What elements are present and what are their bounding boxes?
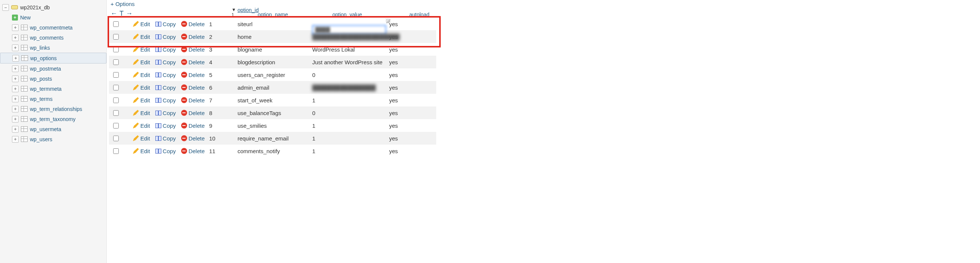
cell-option-value[interactable]: 1 [312, 135, 389, 142]
copy-link[interactable]: Copy [155, 46, 176, 53]
col-option-id[interactable]: option_id [237, 7, 259, 18]
copy-link[interactable]: Copy [155, 110, 176, 116]
cell-option-id[interactable]: 11 [208, 148, 237, 154]
sidebar-table-wp_term_relationships[interactable]: +wp_term_relationships [0, 104, 107, 114]
cell-option-value[interactable]: 1 [312, 97, 389, 104]
cell-option-id[interactable]: 1 [208, 21, 237, 27]
copy-link[interactable]: Copy [155, 59, 176, 65]
tree-expand-icon[interactable]: + [12, 45, 19, 51]
tree-expand-icon[interactable]: + [12, 126, 19, 132]
cell-option-id[interactable]: 3 [208, 46, 237, 53]
delete-link[interactable]: Delete [181, 46, 205, 53]
row-checkbox[interactable] [113, 47, 119, 52]
delete-link[interactable]: Delete [181, 123, 205, 129]
row-checkbox[interactable] [113, 59, 119, 65]
cell-option-id[interactable]: 5 [208, 72, 237, 78]
sidebar-table-wp_posts[interactable]: +wp_posts [0, 73, 107, 84]
sidebar-table-wp_usermeta[interactable]: +wp_usermeta [0, 124, 107, 134]
copy-link[interactable]: Copy [155, 148, 176, 154]
row-checkbox[interactable] [113, 85, 119, 91]
cell-option-name[interactable]: require_name_email [237, 135, 312, 142]
arrow-right-icon[interactable]: → [126, 10, 133, 18]
col-option-value[interactable]: option_value [332, 11, 409, 18]
cell-autoload[interactable]: yes [389, 135, 416, 142]
cell-autoload[interactable]: yes [389, 72, 416, 78]
row-checkbox[interactable] [113, 135, 119, 141]
cell-option-id[interactable]: 9 [208, 123, 237, 129]
copy-link[interactable]: Copy [155, 21, 176, 27]
cell-option-name[interactable]: home [237, 33, 312, 40]
sidebar-table-wp_terms[interactable]: +wp_terms [0, 94, 107, 104]
row-checkbox[interactable] [113, 72, 119, 78]
tree-expand-icon[interactable]: + [12, 55, 19, 62]
edit-link[interactable]: Edit [133, 135, 150, 142]
cell-option-name[interactable]: admin_email [237, 84, 312, 91]
cell-option-value[interactable]: 0 [312, 110, 389, 116]
edit-link[interactable]: Edit [133, 72, 150, 78]
tree-expand-icon[interactable]: + [12, 86, 19, 92]
copy-link[interactable]: Copy [155, 123, 176, 129]
delete-link[interactable]: Delete [181, 97, 205, 104]
column-order-controls[interactable]: ← T → [109, 10, 132, 18]
edit-link[interactable]: Edit [133, 97, 150, 104]
tree-expand-icon[interactable]: + [12, 75, 19, 82]
cell-option-id[interactable]: 6 [208, 84, 237, 91]
tree-expand-icon[interactable]: + [12, 34, 19, 41]
sidebar-table-wp_termmeta[interactable]: +wp_termmeta [0, 84, 107, 94]
tree-expand-icon[interactable]: + [12, 106, 19, 112]
cell-autoload[interactable]: yes [389, 97, 416, 104]
row-checkbox[interactable] [113, 21, 119, 27]
cell-option-name[interactable]: blogname [237, 46, 312, 53]
cell-option-id[interactable]: 4 [208, 59, 237, 65]
sidebar-table-wp_users[interactable]: +wp_users [0, 134, 107, 144]
edit-link[interactable]: Edit [133, 33, 150, 40]
row-checkbox[interactable] [113, 97, 119, 103]
cell-option-name[interactable]: use_balanceTags [237, 110, 312, 116]
cell-option-id[interactable]: 7 [208, 97, 237, 104]
row-checkbox[interactable] [113, 123, 119, 129]
cell-option-id[interactable]: 2 [208, 33, 237, 40]
sidebar-table-wp_postmeta[interactable]: +wp_postmeta [0, 64, 107, 73]
cell-option-name[interactable]: use_smilies [237, 123, 312, 129]
edit-link[interactable]: Edit [133, 110, 150, 116]
cell-option-id[interactable]: 10 [208, 135, 237, 142]
sidebar-new-table[interactable]: + New [0, 12, 107, 22]
sidebar-table-wp_term_taxonomy[interactable]: +wp_term_taxonomy [0, 114, 107, 124]
cell-option-value[interactable]: ██████████████████████ [312, 33, 389, 40]
edit-link[interactable]: Edit [133, 123, 150, 129]
delete-link[interactable]: Delete [181, 148, 205, 154]
cell-autoload[interactable]: yes [389, 123, 416, 129]
row-checkbox[interactable] [113, 148, 119, 154]
copy-link[interactable]: Copy [155, 135, 176, 142]
cell-autoload[interactable]: yes [389, 110, 416, 116]
sidebar-table-wp_options[interactable]: +wp_options [0, 53, 107, 64]
delete-link[interactable]: Delete [181, 72, 205, 78]
row-checkbox[interactable] [113, 34, 119, 40]
cell-autoload[interactable]: yes [389, 46, 416, 53]
row-checkbox[interactable] [113, 110, 119, 116]
tree-collapse-icon[interactable]: – [2, 4, 9, 11]
cell-autoload[interactable]: yes [389, 21, 416, 27]
cell-autoload[interactable]: yes [389, 148, 416, 154]
copy-link[interactable]: Copy [155, 33, 176, 40]
edit-link[interactable]: Edit [133, 21, 150, 27]
cell-option-name[interactable]: blogdescription [237, 59, 312, 65]
cell-option-value[interactable]: Just another WordPress site [312, 59, 389, 65]
copy-link[interactable]: Copy [155, 84, 176, 91]
cell-autoload[interactable]: yes [389, 59, 416, 65]
tree-expand-icon[interactable]: + [12, 96, 19, 102]
edit-link[interactable]: Edit [133, 46, 150, 53]
cell-option-value[interactable]: 0 [312, 72, 389, 78]
cell-option-name[interactable]: siteurl [237, 21, 312, 27]
delete-link[interactable]: Delete [181, 110, 205, 116]
edit-link[interactable]: Edit [133, 148, 150, 154]
edit-link[interactable]: Edit [133, 59, 150, 65]
delete-link[interactable]: Delete [181, 135, 205, 142]
cell-option-value[interactable]: WordPress Lokal [312, 46, 389, 53]
delete-link[interactable]: Delete [181, 84, 205, 91]
arrow-left-icon[interactable]: ← [111, 10, 117, 18]
cell-option-value[interactable]: ████████████████ [312, 84, 389, 91]
delete-link[interactable]: Delete [181, 59, 205, 65]
options-toggle[interactable]: + Options [109, 0, 436, 9]
col-option-name[interactable]: option_name [258, 11, 332, 18]
